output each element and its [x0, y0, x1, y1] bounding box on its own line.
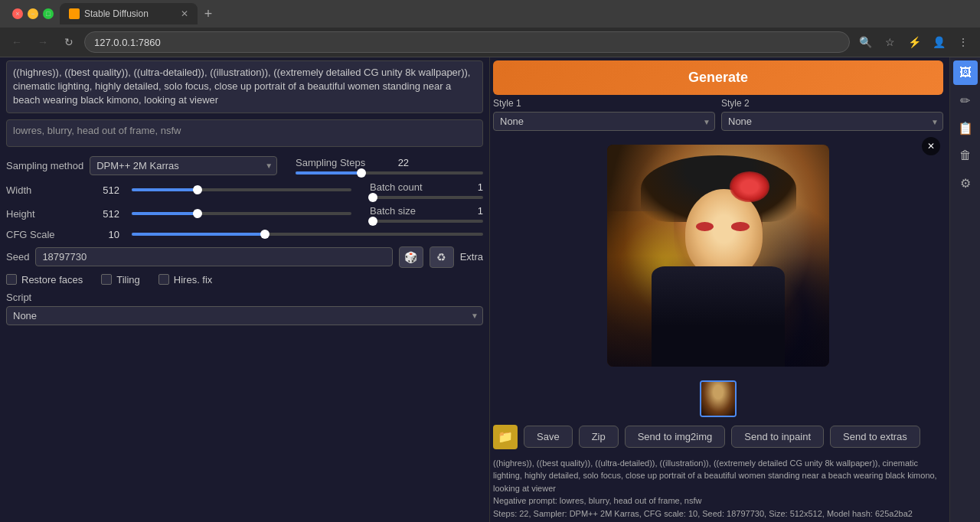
image-area: ✕ — [490, 134, 980, 377]
batch-count-value: 1 — [452, 181, 483, 193]
sidebar-image-btn[interactable]: 🖼 — [953, 60, 978, 85]
style-row: Style 1 None ▼ Style 2 None ▼ — [493, 98, 943, 131]
cfg-scale-thumb[interactable] — [260, 230, 270, 239]
info-line3: Steps: 22, Sampler: DPM++ 2M Karras, CFG… — [493, 507, 943, 520]
zoom-icon[interactable]: 🔍 — [854, 31, 876, 53]
seed-dice-btn[interactable]: 🎲 — [399, 246, 423, 268]
style1-select[interactable]: None — [493, 112, 715, 131]
image-close-btn[interactable]: ✕ — [922, 137, 940, 155]
profile-icon[interactable]: 👤 — [928, 31, 949, 53]
sidebar-copy-btn[interactable]: 📋 — [953, 116, 978, 140]
cfg-scale-fill — [132, 233, 265, 236]
send-inpaint-btn[interactable]: Send to inpaint — [731, 426, 824, 448]
height-thumb[interactable] — [193, 209, 202, 218]
seed-recycle-btn[interactable]: ♻ — [430, 246, 454, 268]
restore-faces-label: Restore faces — [21, 274, 83, 285]
sidebar-edit-btn[interactable]: ✏ — [953, 88, 978, 113]
batch-count-label: Batch count — [370, 181, 446, 193]
thumbnail-item[interactable] — [700, 380, 737, 417]
width-row: Width 512 Batch count 1 — [6, 181, 483, 199]
hires-fix-checkbox[interactable] — [158, 274, 169, 285]
generate-button[interactable]: Generate — [493, 60, 943, 95]
address-bar[interactable]: 127.0.0.1:7860 — [84, 31, 850, 53]
style2-label: Style 2 — [721, 98, 943, 109]
window-min-btn[interactable]: − — [28, 8, 38, 19]
bookmark-icon[interactable]: ☆ — [879, 31, 900, 53]
style2-select[interactable]: None — [721, 112, 943, 131]
tab-title: Stable Diffusion — [84, 8, 149, 19]
sampling-steps-label: Sampling Steps — [296, 157, 372, 168]
sampling-steps-block: Sampling Steps 22 — [296, 157, 483, 175]
eye-right — [731, 222, 749, 231]
width-track — [132, 188, 351, 191]
save-btn[interactable]: Save — [524, 426, 573, 448]
height-track — [132, 212, 351, 215]
window-max-btn[interactable]: □ — [43, 8, 54, 19]
restore-faces-item[interactable]: Restore faces — [6, 274, 83, 285]
hires-fix-label: Hires. fix — [174, 274, 213, 285]
style1-label: Style 1 — [493, 98, 715, 109]
style1-select-wrapper: None ▼ — [493, 112, 715, 131]
height-row: Height 512 Batch size 1 — [6, 205, 483, 223]
browser-tab[interactable]: Stable Diffusion ✕ — [60, 3, 198, 24]
tiling-item[interactable]: Tiling — [101, 274, 140, 285]
cfg-scale-value: 10 — [89, 229, 119, 240]
sampling-steps-track — [296, 171, 483, 175]
tiling-checkbox[interactable] — [101, 274, 112, 285]
sampling-steps-thumb[interactable] — [357, 168, 366, 178]
address-text: 127.0.0.1:7860 — [94, 37, 161, 48]
nav-bar: ← → ↻ 127.0.0.1:7860 🔍 ☆ ⚡ 👤 ⋮ — [0, 28, 980, 57]
zip-btn[interactable]: Zip — [579, 426, 619, 448]
sampling-steps-value: 22 — [378, 157, 409, 168]
script-select-wrapper: None ▼ — [6, 306, 483, 325]
batch-size-block: Batch size 1 — [370, 205, 483, 223]
cfg-scale-track — [132, 233, 483, 236]
width-thumb[interactable] — [193, 185, 202, 194]
sampling-method-select-wrapper: DPM++ 2M Karras ▼ — [90, 156, 277, 175]
width-value: 512 — [89, 184, 119, 196]
batch-count-thumb[interactable] — [368, 193, 377, 202]
extension-icon[interactable]: ⚡ — [903, 31, 925, 53]
batch-size-thumb[interactable] — [368, 217, 377, 226]
width-label: Width — [6, 184, 83, 196]
eye-left — [696, 222, 714, 231]
restore-faces-checkbox[interactable] — [6, 274, 17, 285]
main-content: ((highres)), ((best quality)), ((ultra-d… — [0, 57, 980, 522]
batch-size-label: Batch size — [370, 205, 446, 217]
sampling-steps-fill — [296, 171, 361, 175]
hires-fix-item[interactable]: Hires. fix — [158, 274, 213, 285]
sampling-method-select[interactable]: DPM++ 2M Karras — [90, 156, 277, 175]
sidebar-trash-btn[interactable]: 🗑 — [953, 143, 978, 168]
anime-girl-illustration — [607, 145, 829, 367]
window-close-btn[interactable]: × — [12, 8, 23, 19]
seed-input[interactable] — [35, 247, 392, 266]
tab-close-btn[interactable]: ✕ — [181, 8, 188, 19]
height-value: 512 — [89, 208, 119, 220]
menu-icon[interactable]: ⋮ — [952, 31, 974, 53]
checkbox-row: Restore faces Tiling Hires. fix — [6, 274, 483, 285]
send-img2img-btn[interactable]: Send to img2img — [625, 426, 726, 448]
send-extras-btn[interactable]: Send to extras — [830, 426, 920, 448]
seed-row: Seed 🎲 ♻ Extra — [6, 246, 483, 268]
forward-btn[interactable]: → — [32, 31, 54, 53]
right-sidebar: 🖼 ✏ 📋 🗑 ⚙ — [949, 57, 980, 522]
negative-prompt[interactable]: lowres, blurry, head out of frame, nsfw — [6, 119, 483, 147]
sidebar-settings-btn[interactable]: ⚙ — [953, 171, 978, 195]
refresh-btn[interactable]: ↻ — [58, 31, 80, 53]
generate-area: Generate Style 1 None ▼ Style 2 No — [490, 57, 980, 134]
style1-block: Style 1 None ▼ — [493, 98, 715, 131]
tab-favicon — [69, 8, 80, 19]
batch-count-track — [370, 196, 483, 199]
positive-prompt[interactable]: ((highres)), ((best quality)), ((ultra-d… — [6, 60, 483, 113]
folder-btn[interactable]: 📁 — [493, 425, 518, 449]
new-tab-btn[interactable]: + — [198, 3, 219, 24]
extra-label: Extra — [460, 251, 483, 263]
script-label: Script — [6, 292, 483, 303]
sampling-row: Sampling method DPM++ 2M Karras ▼ Sampli… — [6, 156, 483, 175]
script-select[interactable]: None — [6, 306, 483, 325]
batch-size-value: 1 — [452, 205, 483, 217]
width-fill — [132, 188, 198, 191]
cfg-scale-label: CFG Scale — [6, 229, 83, 240]
back-btn[interactable]: ← — [6, 31, 28, 53]
image-info: ((highres)), ((best quality)), ((ultra-d… — [490, 454, 980, 523]
